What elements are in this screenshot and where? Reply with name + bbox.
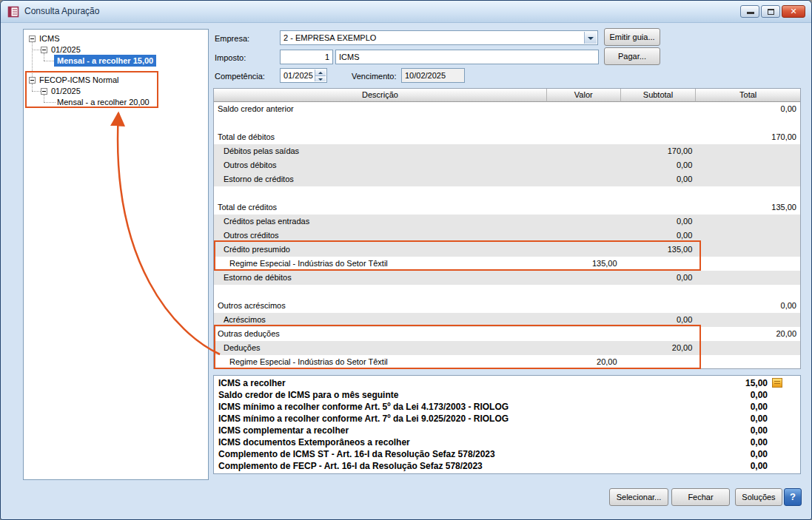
row-subtotal [621, 299, 697, 313]
titlebar[interactable]: Consulta Apuração ✕ [1, 1, 811, 23]
table-row[interactable]: Outros acréscimos 0,00 [214, 299, 800, 313]
row-valor [547, 299, 621, 313]
tree-item-icms-012025[interactable]: 01/2025 [51, 44, 81, 55]
help-button[interactable]: ? [784, 488, 802, 506]
table-row-empty [214, 116, 800, 130]
imposto-name-field[interactable]: ICMS [335, 50, 599, 64]
row-total [696, 158, 800, 172]
table-row[interactable]: Regime Especial - Indústrias do Setor Tê… [214, 355, 800, 369]
competencia-label: Competência: [215, 72, 265, 81]
table-row[interactable]: Acréscimos 0,00 [214, 313, 800, 327]
table-row[interactable]: Outros créditos 0,00 [214, 229, 800, 243]
tree-connector [32, 84, 33, 91]
collapse-icon[interactable] [41, 88, 47, 95]
row-subtotal [621, 130, 697, 144]
table-row[interactable]: Deduções 20,00 [214, 341, 800, 355]
emitir-guia-button[interactable]: Emitir guia... [604, 28, 660, 46]
row-valor [547, 229, 621, 243]
row-valor [547, 243, 621, 257]
table-row[interactable]: Regime Especial - Indústrias do Setor Tê… [214, 257, 800, 271]
row-valor [547, 285, 621, 299]
minimize-icon [747, 12, 754, 14]
tree-item-mensal-15[interactable]: Mensal - a recolher 15,00 [54, 55, 156, 67]
row-subtotal [621, 285, 697, 299]
close-button[interactable]: ✕ [782, 5, 805, 18]
column-header-total[interactable]: Total [696, 89, 800, 102]
tree-item-mensal-20[interactable]: Mensal - a recolher 20,00 [57, 97, 150, 107]
row-total: 170,00 [696, 130, 800, 144]
table-row[interactable]: Total de débitos 170,00 [214, 130, 800, 144]
table-row-empty [214, 285, 800, 299]
row-label: Outros débitos [214, 158, 547, 172]
tree-item-fecop[interactable]: FECOP-ICMS Normal [39, 75, 119, 85]
table-row[interactable]: Crédito presumido 135,00 [214, 243, 800, 257]
summary-value: 0,00 [751, 413, 768, 424]
maximize-button[interactable] [761, 5, 780, 18]
row-subtotal [621, 102, 697, 116]
row-total [696, 285, 800, 299]
consulta-apuracao-window: Consulta Apuração ✕ ICMS 01/2025 Mensal … [0, 0, 812, 520]
table-row[interactable]: Outras deduções 20,00 [214, 327, 800, 341]
collapse-icon[interactable] [29, 77, 36, 84]
tree-item-icms[interactable]: ICMS [39, 33, 60, 44]
chevron-down-icon[interactable] [584, 32, 597, 44]
column-header-subtotal[interactable]: Subtotal [621, 89, 697, 102]
empresa-label: Empresa: [215, 34, 249, 43]
summary-value: 0,00 [751, 402, 768, 412]
window-title: Consulta Apuração [24, 6, 99, 16]
tree-connector [44, 61, 54, 61]
table-row[interactable]: Outros débitos 0,00 [214, 158, 800, 172]
row-valor [547, 158, 621, 172]
tree-item-fecop-012025[interactable]: 01/2025 [51, 86, 81, 96]
collapse-icon[interactable] [29, 36, 36, 42]
minimize-button[interactable] [740, 5, 759, 18]
row-label: Acréscimos [214, 313, 547, 327]
row-subtotal [621, 355, 697, 369]
apuracao-grid: Descrição Valor Subtotal Total Saldo cre… [213, 88, 801, 369]
competencia-spinner[interactable]: 01/2025 [280, 68, 327, 83]
row-label: Crédito presumido [214, 243, 547, 257]
row-label: Deduções [214, 341, 547, 355]
table-row[interactable]: Total de créditos 135,00 [214, 200, 800, 215]
row-total [696, 186, 800, 200]
table-row[interactable]: Estorno de débitos 0,00 [214, 271, 800, 285]
empresa-combo[interactable]: 2 - EMPRESA EXEMPLO [280, 30, 598, 45]
row-total [696, 116, 800, 130]
guia-icon[interactable] [772, 378, 782, 388]
table-row[interactable]: Créditos pelas entradas 0,00 [214, 215, 800, 229]
tree-connector [32, 50, 41, 50]
row-valor [547, 215, 621, 229]
collapse-icon[interactable] [41, 47, 47, 53]
selecionar-button[interactable]: Selecionar... [609, 488, 668, 506]
row-subtotal [621, 327, 697, 341]
column-header-valor[interactable]: Valor [547, 89, 621, 102]
tree-connector [44, 95, 44, 102]
row-total [696, 271, 800, 285]
spin-down-icon[interactable] [315, 75, 326, 81]
imposto-code-field[interactable]: 1 [280, 50, 333, 64]
row-subtotal: 135,00 [621, 243, 697, 257]
row-label: Créditos pelas entradas [214, 215, 547, 229]
vencimento-field[interactable]: 10/02/2025 [401, 68, 465, 83]
column-header-descricao[interactable]: Descrição [214, 89, 547, 102]
solucoes-button[interactable]: Soluções [735, 488, 782, 506]
table-row[interactable]: Saldo credor anterior 0,00 [214, 102, 800, 116]
competencia-value: 01/2025 [283, 71, 313, 80]
imposto-label: Imposto: [215, 53, 246, 62]
row-valor [547, 116, 621, 130]
summary-value: 0,00 [751, 437, 768, 448]
row-label: Estorno de débitos [214, 271, 547, 285]
row-subtotal [621, 186, 697, 200]
fechar-button[interactable]: Fechar [671, 488, 730, 506]
table-row[interactable]: Estorno de créditos 0,00 [214, 172, 800, 186]
table-row[interactable]: Débitos pelas saídas 170,00 [214, 144, 800, 158]
row-label: Saldo credor anterior [214, 102, 547, 116]
grid-header: Descrição Valor Subtotal Total [214, 89, 800, 102]
window-icon [7, 6, 19, 18]
pagar-button[interactable]: Pagar... [604, 47, 660, 65]
row-valor [547, 313, 621, 327]
row-label: Outras deduções [214, 327, 547, 341]
spin-up-icon[interactable] [315, 70, 326, 75]
row-valor [547, 341, 621, 355]
summary-value: 0,00 [751, 449, 768, 459]
